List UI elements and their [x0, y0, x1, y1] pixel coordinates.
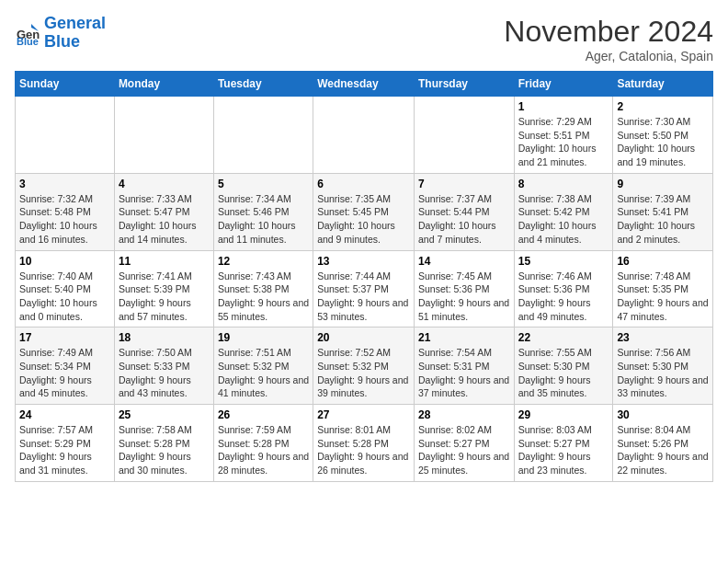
day-info: Sunrise: 7:37 AM Sunset: 5:44 PM Dayligh… — [418, 192, 510, 247]
column-header-monday: Monday — [114, 72, 213, 97]
logo: Gen Blue GeneralBlue — [15, 15, 106, 52]
day-number: 5 — [218, 178, 309, 190]
calendar-body: 1Sunrise: 7:29 AM Sunset: 5:51 PM Daylig… — [16, 97, 713, 482]
day-number: 20 — [317, 331, 410, 344]
calendar-cell: 21Sunrise: 7:54 AM Sunset: 5:31 PM Dayli… — [414, 327, 514, 405]
calendar-cell: 27Sunrise: 8:01 AM Sunset: 5:28 PM Dayli… — [313, 405, 415, 482]
day-number: 10 — [19, 255, 110, 268]
day-info: Sunrise: 7:49 AM Sunset: 5:34 PM Dayligh… — [19, 346, 110, 400]
calendar-week-5: 24Sunrise: 7:57 AM Sunset: 5:29 PM Dayli… — [16, 405, 713, 482]
calendar-cell: 2Sunrise: 7:30 AM Sunset: 5:50 PM Daylig… — [613, 97, 713, 174]
day-number: 6 — [317, 178, 410, 190]
day-number: 13 — [317, 255, 410, 268]
day-info: Sunrise: 7:51 AM Sunset: 5:32 PM Dayligh… — [218, 346, 309, 400]
day-info: Sunrise: 7:56 AM Sunset: 5:30 PM Dayligh… — [617, 346, 709, 400]
calendar-cell — [313, 97, 415, 174]
calendar-cell: 1Sunrise: 7:29 AM Sunset: 5:51 PM Daylig… — [514, 97, 613, 174]
day-number: 4 — [119, 178, 210, 190]
calendar-cell: 5Sunrise: 7:34 AM Sunset: 5:46 PM Daylig… — [213, 173, 313, 250]
calendar-cell: 13Sunrise: 7:44 AM Sunset: 5:37 PM Dayli… — [313, 250, 415, 327]
calendar-cell: 22Sunrise: 7:55 AM Sunset: 5:30 PM Dayli… — [514, 327, 613, 405]
day-info: Sunrise: 8:01 AM Sunset: 5:28 PM Dayligh… — [317, 423, 410, 477]
day-number: 3 — [19, 178, 110, 190]
day-number: 9 — [617, 178, 709, 190]
day-info: Sunrise: 7:59 AM Sunset: 5:28 PM Dayligh… — [218, 423, 309, 477]
calendar-cell — [213, 97, 313, 174]
calendar-cell: 24Sunrise: 7:57 AM Sunset: 5:29 PM Dayli… — [16, 405, 115, 482]
day-info: Sunrise: 7:50 AM Sunset: 5:33 PM Dayligh… — [119, 346, 210, 400]
day-info: Sunrise: 7:29 AM Sunset: 5:51 PM Dayligh… — [518, 115, 609, 169]
day-info: Sunrise: 7:38 AM Sunset: 5:42 PM Dayligh… — [518, 192, 609, 247]
day-number: 1 — [518, 100, 609, 113]
calendar-cell: 3Sunrise: 7:32 AM Sunset: 5:48 PM Daylig… — [16, 173, 115, 250]
day-info: Sunrise: 7:58 AM Sunset: 5:28 PM Dayligh… — [119, 423, 210, 477]
calendar-cell: 20Sunrise: 7:52 AM Sunset: 5:32 PM Dayli… — [313, 327, 415, 405]
column-header-sunday: Sunday — [16, 72, 115, 97]
logo-icon: Gen Blue — [15, 20, 40, 46]
day-number: 15 — [518, 255, 609, 268]
day-info: Sunrise: 7:41 AM Sunset: 5:39 PM Dayligh… — [119, 270, 210, 324]
title-block: November 2024 Ager, Catalonia, Spain — [504, 15, 713, 63]
calendar-cell: 25Sunrise: 7:58 AM Sunset: 5:28 PM Dayli… — [114, 405, 213, 482]
column-header-tuesday: Tuesday — [213, 72, 313, 97]
day-number: 19 — [218, 331, 309, 344]
day-info: Sunrise: 7:45 AM Sunset: 5:36 PM Dayligh… — [418, 270, 510, 324]
day-number: 30 — [617, 408, 709, 421]
calendar-cell — [114, 97, 213, 174]
day-number: 14 — [418, 255, 510, 268]
calendar-header-row: SundayMondayTuesdayWednesdayThursdayFrid… — [16, 72, 713, 97]
day-number: 27 — [317, 408, 410, 421]
day-number: 22 — [518, 331, 609, 344]
day-info: Sunrise: 7:44 AM Sunset: 5:37 PM Dayligh… — [317, 270, 410, 324]
day-number: 12 — [218, 255, 309, 268]
calendar-week-2: 3Sunrise: 7:32 AM Sunset: 5:48 PM Daylig… — [16, 173, 713, 250]
calendar-cell: 8Sunrise: 7:38 AM Sunset: 5:42 PM Daylig… — [514, 173, 613, 250]
day-number: 21 — [418, 331, 510, 344]
calendar-week-1: 1Sunrise: 7:29 AM Sunset: 5:51 PM Daylig… — [16, 97, 713, 174]
day-info: Sunrise: 7:33 AM Sunset: 5:47 PM Dayligh… — [119, 192, 210, 247]
logo-text: GeneralBlue — [44, 15, 106, 52]
calendar-cell: 6Sunrise: 7:35 AM Sunset: 5:45 PM Daylig… — [313, 173, 415, 250]
day-info: Sunrise: 7:39 AM Sunset: 5:41 PM Dayligh… — [617, 192, 709, 247]
day-number: 29 — [518, 408, 609, 421]
day-info: Sunrise: 8:04 AM Sunset: 5:26 PM Dayligh… — [617, 423, 709, 477]
day-number: 17 — [19, 331, 110, 344]
column-header-friday: Friday — [514, 72, 613, 97]
day-number: 24 — [19, 408, 110, 421]
month-title: November 2024 — [504, 15, 713, 49]
day-info: Sunrise: 7:32 AM Sunset: 5:48 PM Dayligh… — [19, 192, 110, 247]
calendar-cell: 28Sunrise: 8:02 AM Sunset: 5:27 PM Dayli… — [414, 405, 514, 482]
day-info: Sunrise: 7:46 AM Sunset: 5:36 PM Dayligh… — [518, 270, 609, 324]
day-info: Sunrise: 8:02 AM Sunset: 5:27 PM Dayligh… — [418, 423, 510, 477]
calendar-cell: 12Sunrise: 7:43 AM Sunset: 5:38 PM Dayli… — [213, 250, 313, 327]
column-header-thursday: Thursday — [414, 72, 514, 97]
calendar-cell: 10Sunrise: 7:40 AM Sunset: 5:40 PM Dayli… — [16, 250, 115, 327]
day-info: Sunrise: 7:30 AM Sunset: 5:50 PM Dayligh… — [617, 115, 709, 169]
column-header-wednesday: Wednesday — [313, 72, 415, 97]
calendar-cell: 19Sunrise: 7:51 AM Sunset: 5:32 PM Dayli… — [213, 327, 313, 405]
column-header-saturday: Saturday — [613, 72, 713, 97]
day-info: Sunrise: 7:35 AM Sunset: 5:45 PM Dayligh… — [317, 192, 410, 247]
calendar-cell: 7Sunrise: 7:37 AM Sunset: 5:44 PM Daylig… — [414, 173, 514, 250]
day-number: 26 — [218, 408, 309, 421]
day-number: 28 — [418, 408, 510, 421]
calendar-week-4: 17Sunrise: 7:49 AM Sunset: 5:34 PM Dayli… — [16, 327, 713, 405]
day-info: Sunrise: 7:54 AM Sunset: 5:31 PM Dayligh… — [418, 346, 510, 400]
day-info: Sunrise: 8:03 AM Sunset: 5:27 PM Dayligh… — [518, 423, 609, 477]
day-number: 18 — [119, 331, 210, 344]
calendar-week-3: 10Sunrise: 7:40 AM Sunset: 5:40 PM Dayli… — [16, 250, 713, 327]
day-info: Sunrise: 7:57 AM Sunset: 5:29 PM Dayligh… — [19, 423, 110, 477]
day-number: 11 — [119, 255, 210, 268]
day-info: Sunrise: 7:55 AM Sunset: 5:30 PM Dayligh… — [518, 346, 609, 400]
svg-text:Blue: Blue — [17, 36, 39, 46]
day-number: 7 — [418, 178, 510, 190]
day-number: 16 — [617, 255, 709, 268]
calendar-cell: 30Sunrise: 8:04 AM Sunset: 5:26 PM Dayli… — [613, 405, 713, 482]
calendar-cell: 11Sunrise: 7:41 AM Sunset: 5:39 PM Dayli… — [114, 250, 213, 327]
calendar-cell — [414, 97, 514, 174]
calendar-cell: 14Sunrise: 7:45 AM Sunset: 5:36 PM Dayli… — [414, 250, 514, 327]
calendar-cell: 18Sunrise: 7:50 AM Sunset: 5:33 PM Dayli… — [114, 327, 213, 405]
day-number: 25 — [119, 408, 210, 421]
calendar-cell: 4Sunrise: 7:33 AM Sunset: 5:47 PM Daylig… — [114, 173, 213, 250]
calendar-cell: 23Sunrise: 7:56 AM Sunset: 5:30 PM Dayli… — [613, 327, 713, 405]
